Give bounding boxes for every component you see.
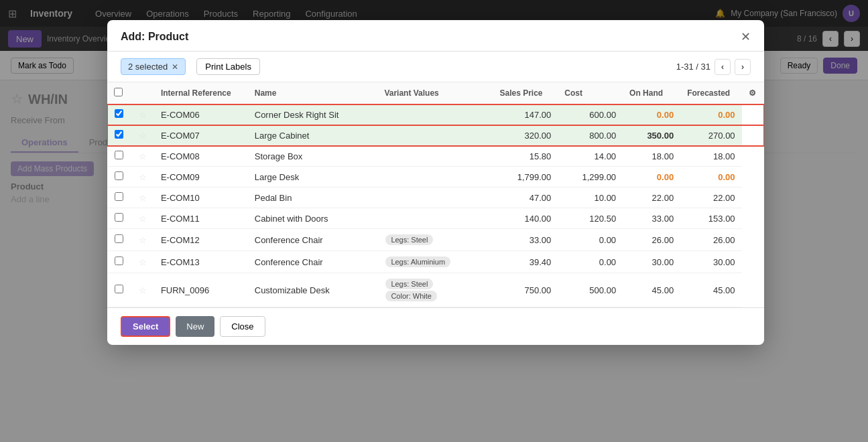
row-checkbox[interactable] — [115, 192, 123, 201]
row-star-cell: ☆ — [131, 273, 153, 307]
row-name: Conference Chair — [248, 229, 378, 251]
row-sales-price: 1,799.00 — [493, 167, 558, 188]
row-on-hand: 45.00 — [623, 273, 680, 307]
clear-selection-button[interactable]: ✕ — [172, 62, 178, 72]
row-checkbox[interactable] — [115, 130, 123, 139]
row-checkbox[interactable] — [115, 234, 123, 243]
variant-tag: Legs: Aluminium — [385, 256, 450, 267]
selected-count-text: 2 selected — [128, 62, 168, 72]
row-star-icon[interactable]: ☆ — [139, 257, 147, 267]
row-checkbox[interactable] — [115, 213, 123, 222]
table-row[interactable]: ☆ FURN_0096 Customizable Desk Legs: Stee… — [107, 273, 764, 307]
products-table: Internal Reference Name Variant Values S… — [107, 82, 764, 307]
row-sales-price: 39.40 — [493, 251, 558, 273]
row-checkbox[interactable] — [115, 171, 123, 180]
row-variant: Legs: Steel — [377, 229, 493, 251]
row-checkbox-cell — [107, 167, 131, 188]
row-cost: 0.00 — [558, 251, 623, 273]
row-checkbox[interactable] — [115, 151, 123, 159]
pagination-text: 1-31 / 31 — [676, 62, 710, 72]
row-forecasted: 30.00 — [680, 251, 741, 273]
row-star-icon[interactable]: ☆ — [139, 193, 147, 203]
row-sales-price: 47.00 — [493, 188, 558, 208]
row-name: Conference Chair — [248, 251, 378, 273]
row-variant — [377, 188, 493, 208]
close-footer-button[interactable]: Close — [220, 316, 265, 337]
row-cost: 600.00 — [558, 104, 623, 125]
variant-tag: Legs: Steel — [385, 279, 433, 289]
row-forecasted: 45.00 — [680, 273, 741, 307]
row-checkbox-cell — [107, 229, 131, 251]
row-star-cell: ☆ — [131, 208, 153, 229]
row-forecasted: 270.00 — [680, 125, 741, 146]
row-star-icon[interactable]: ☆ — [139, 110, 147, 120]
table-row[interactable]: ☆ E-COM07 Large Cabinet 320.00 800.00 35… — [107, 125, 764, 146]
table-row[interactable]: ☆ E-COM11 Cabinet with Doors 140.00 120.… — [107, 208, 764, 229]
variant-header: Variant Values — [377, 82, 493, 104]
settings-header: ⚙ — [742, 82, 764, 104]
row-on-hand: 18.00 — [623, 146, 680, 167]
close-modal-button[interactable]: ✕ — [741, 31, 751, 43]
row-on-hand: 350.00 — [623, 125, 680, 146]
row-forecasted: 0.00 — [680, 104, 741, 125]
row-checkbox-cell — [107, 188, 131, 208]
new-footer-button[interactable]: New — [176, 316, 214, 337]
row-variant: Legs: Aluminium — [377, 251, 493, 273]
row-forecasted: 26.00 — [680, 229, 741, 251]
table-row[interactable]: ☆ E-COM13 Conference Chair Legs: Alumini… — [107, 251, 764, 273]
add-product-modal: Add: Product ✕ 2 selected ✕ Print Labels… — [107, 20, 764, 345]
select-all-checkbox[interactable] — [114, 88, 123, 96]
row-checkbox-cell — [107, 251, 131, 273]
row-cost: 10.00 — [558, 188, 623, 208]
row-cost: 1,299.00 — [558, 167, 623, 188]
row-name: Large Desk — [248, 167, 378, 188]
row-star-cell: ☆ — [131, 167, 153, 188]
row-star-icon[interactable]: ☆ — [139, 172, 147, 182]
row-on-hand: 0.00 — [623, 104, 680, 125]
row-star-icon[interactable]: ☆ — [139, 131, 147, 141]
row-name: Cabinet with Doors — [248, 208, 378, 229]
row-sales-price: 147.00 — [493, 104, 558, 125]
row-variant — [377, 146, 493, 167]
row-star-icon[interactable]: ☆ — [139, 151, 147, 161]
table-row[interactable]: ☆ E-COM10 Pedal Bin 47.00 10.00 22.00 22… — [107, 188, 764, 208]
row-checkbox[interactable] — [115, 285, 123, 293]
row-internal-ref: E-COM12 — [154, 229, 248, 251]
row-star-icon[interactable]: ☆ — [139, 235, 147, 245]
modal-header: Add: Product ✕ — [107, 20, 764, 52]
row-on-hand: 26.00 — [623, 229, 680, 251]
row-cost: 14.00 — [558, 146, 623, 167]
modal-title: Add: Product — [121, 31, 188, 43]
row-checkbox-cell — [107, 146, 131, 167]
row-variant — [377, 125, 493, 146]
row-cost: 120.50 — [558, 208, 623, 229]
row-checkbox[interactable] — [115, 109, 123, 118]
table-row[interactable]: ☆ E-COM06 Corner Desk Right Sit 147.00 6… — [107, 104, 764, 125]
modal-next-page-button[interactable]: › — [735, 59, 751, 75]
row-variant: Legs: SteelColor: White — [377, 273, 493, 307]
row-cost: 800.00 — [558, 125, 623, 146]
row-star-icon[interactable]: ☆ — [139, 214, 147, 224]
row-on-hand: 22.00 — [623, 188, 680, 208]
selected-count-badge: 2 selected ✕ — [121, 58, 186, 75]
table-row[interactable]: ☆ E-COM09 Large Desk 1,799.00 1,299.00 0… — [107, 167, 764, 188]
row-internal-ref: E-COM11 — [154, 208, 248, 229]
modal-prev-page-button[interactable]: ‹ — [715, 59, 731, 75]
row-internal-ref: E-COM10 — [154, 188, 248, 208]
modal-toolbar: 2 selected ✕ Print Labels 1-31 / 31 ‹ › — [107, 52, 764, 82]
table-row[interactable]: ☆ E-COM08 Storage Box 15.80 14.00 18.00 … — [107, 146, 764, 167]
table-row[interactable]: ☆ E-COM12 Conference Chair Legs: Steel 3… — [107, 229, 764, 251]
row-internal-ref: E-COM06 — [154, 104, 248, 125]
row-star-cell: ☆ — [131, 104, 153, 125]
cost-header: Cost — [558, 82, 623, 104]
row-checkbox[interactable] — [115, 256, 123, 265]
internal-ref-header: Internal Reference — [154, 82, 248, 104]
print-labels-button[interactable]: Print Labels — [196, 58, 260, 75]
row-checkbox-cell — [107, 208, 131, 229]
modal-footer: Select New Close — [107, 307, 764, 345]
row-forecasted: 153.00 — [680, 208, 741, 229]
modal-body: Internal Reference Name Variant Values S… — [107, 82, 764, 307]
select-button[interactable]: Select — [121, 316, 170, 337]
row-checkbox-cell — [107, 273, 131, 307]
row-star-icon[interactable]: ☆ — [139, 285, 147, 295]
